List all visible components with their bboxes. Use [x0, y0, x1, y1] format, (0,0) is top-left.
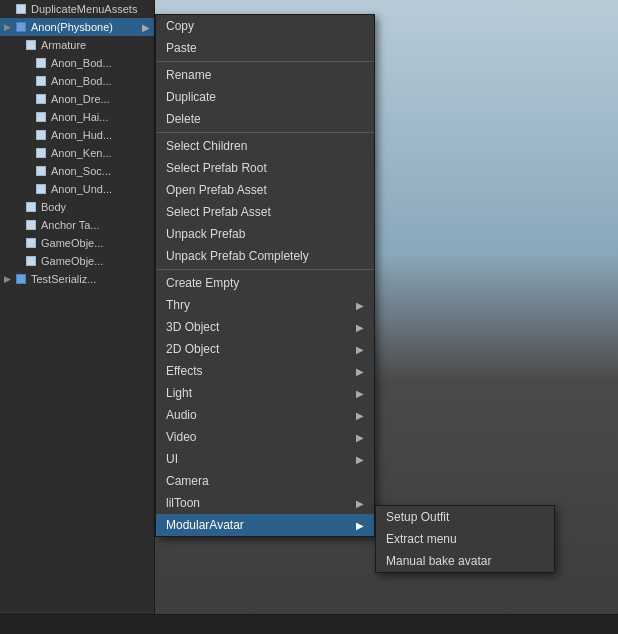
hierarchy-label: Anon_Hud... — [51, 129, 112, 141]
cube-icon-white — [24, 38, 38, 52]
hierarchy-item-anon-bod1[interactable]: Anon_Bod... — [0, 54, 154, 72]
cube-icon-blue — [14, 272, 28, 286]
menu-separator-2 — [156, 132, 374, 133]
hierarchy-item-anon-und[interactable]: Anon_Und... — [0, 180, 154, 198]
cube-icon-white — [34, 146, 48, 160]
hierarchy-item-testserializ[interactable]: ▶ TestSerializ... — [0, 270, 154, 288]
menu-item-ui[interactable]: UI ▶ — [156, 448, 374, 470]
hierarchy-item-anon[interactable]: ▶ Anon(Physbone) ▶ — [0, 18, 154, 36]
submenu-arrow-icon: ▶ — [356, 410, 364, 421]
cube-icon-white — [24, 200, 38, 214]
cube-icon-blue — [14, 20, 28, 34]
menu-item-video[interactable]: Video ▶ — [156, 426, 374, 448]
menu-item-thry[interactable]: Thry ▶ — [156, 294, 374, 316]
expand-arrow — [4, 4, 14, 14]
menu-item-select-prefab-asset[interactable]: Select Prefab Asset — [156, 201, 374, 223]
expand-arrow — [14, 238, 24, 248]
hierarchy-item-anon-hai[interactable]: Anon_Hai... — [0, 108, 154, 126]
menu-item-liltoon[interactable]: lilToon ▶ — [156, 492, 374, 514]
expand-arrow — [24, 58, 34, 68]
hierarchy-item-anon-ken[interactable]: Anon_Ken... — [0, 144, 154, 162]
hierarchy-item-gameobj1[interactable]: GameObje... — [0, 234, 154, 252]
hierarchy-label: Body — [41, 201, 66, 213]
cube-icon-white — [34, 128, 48, 142]
hierarchy-label: Anon_Bod... — [51, 75, 112, 87]
submenu-arrow-icon: ▶ — [356, 454, 364, 465]
cube-icon-white — [34, 110, 48, 124]
menu-item-copy[interactable]: Copy — [156, 15, 374, 37]
menu-item-duplicate[interactable]: Duplicate — [156, 86, 374, 108]
hierarchy-label: TestSerializ... — [31, 273, 96, 285]
cube-icon-white — [34, 92, 48, 106]
menu-item-select-children[interactable]: Select Children — [156, 135, 374, 157]
sub-menu-item-manual-bake-avatar[interactable]: Manual bake avatar — [376, 550, 554, 572]
hierarchy-item-duplicatemenuassets[interactable]: DuplicateMenuAssets — [0, 0, 154, 18]
submenu-arrow-icon: ▶ — [356, 322, 364, 333]
expand-arrow — [24, 76, 34, 86]
menu-item-3d-object[interactable]: 3D Object ▶ — [156, 316, 374, 338]
hierarchy-item-anon-hud[interactable]: Anon_Hud... — [0, 126, 154, 144]
hierarchy-item-armature[interactable]: Armature — [0, 36, 154, 54]
cube-icon-white — [24, 254, 38, 268]
cube-icon-white — [24, 236, 38, 250]
submenu-arrow-icon: ▶ — [356, 366, 364, 377]
submenu-arrow-icon: ▶ — [356, 520, 364, 531]
hierarchy-label: Anon_Soc... — [51, 165, 111, 177]
hierarchy-label: GameObje... — [41, 237, 103, 249]
expand-arrow — [24, 112, 34, 122]
menu-item-select-prefab-root[interactable]: Select Prefab Root — [156, 157, 374, 179]
sub-context-menu-modularavatar: Setup Outfit Extract menu Manual bake av… — [375, 505, 555, 573]
submenu-arrow-icon: ▶ — [356, 300, 364, 311]
expand-arrow — [14, 220, 24, 230]
hierarchy-item-anon-dre[interactable]: Anon_Dre... — [0, 90, 154, 108]
hierarchy-label: Anchor Ta... — [41, 219, 100, 231]
expand-arrow — [24, 94, 34, 104]
hierarchy-item-anchor[interactable]: Anchor Ta... — [0, 216, 154, 234]
menu-item-open-prefab-asset[interactable]: Open Prefab Asset — [156, 179, 374, 201]
hierarchy-label: Anon_Dre... — [51, 93, 110, 105]
hierarchy-panel: DuplicateMenuAssets ▶ Anon(Physbone) ▶ A… — [0, 0, 155, 634]
hierarchy-item-anon-bod2[interactable]: Anon_Bod... — [0, 72, 154, 90]
menu-item-unpack-prefab[interactable]: Unpack Prefab — [156, 223, 374, 245]
submenu-arrow-icon: ▶ — [356, 344, 364, 355]
expand-arrow — [14, 40, 24, 50]
menu-separator-1 — [156, 61, 374, 62]
expand-arrow — [14, 256, 24, 266]
hierarchy-item-gameobj2[interactable]: GameObje... — [0, 252, 154, 270]
cube-icon-white — [34, 164, 48, 178]
hierarchy-label: Armature — [41, 39, 86, 51]
hierarchy-label: Anon_Und... — [51, 183, 112, 195]
cube-icon-white — [14, 2, 28, 16]
hierarchy-label: DuplicateMenuAssets — [31, 3, 137, 15]
expand-arrow — [24, 130, 34, 140]
menu-item-unpack-prefab-completely[interactable]: Unpack Prefab Completely — [156, 245, 374, 267]
context-menu: Copy Paste Rename Duplicate Delete Selec… — [155, 14, 375, 537]
cube-icon-white — [34, 182, 48, 196]
menu-item-rename[interactable]: Rename — [156, 64, 374, 86]
menu-item-paste[interactable]: Paste — [156, 37, 374, 59]
bottom-toolbar — [0, 614, 618, 634]
hierarchy-label: Anon(Physbone) — [31, 21, 113, 33]
expand-arrow: ▶ — [4, 274, 14, 284]
menu-item-create-empty[interactable]: Create Empty — [156, 272, 374, 294]
sub-menu-item-extract-menu[interactable]: Extract menu — [376, 528, 554, 550]
submenu-arrow-icon: ▶ — [356, 498, 364, 509]
menu-item-camera[interactable]: Camera — [156, 470, 374, 492]
cube-icon-white — [24, 218, 38, 232]
menu-item-delete[interactable]: Delete — [156, 108, 374, 130]
expand-arrow — [24, 148, 34, 158]
right-arrow-icon: ▶ — [138, 18, 154, 36]
hierarchy-item-anon-soc[interactable]: Anon_Soc... — [0, 162, 154, 180]
menu-item-light[interactable]: Light ▶ — [156, 382, 374, 404]
menu-item-modularavatar[interactable]: ModularAvatar ▶ — [156, 514, 374, 536]
hierarchy-item-body[interactable]: Body — [0, 198, 154, 216]
menu-item-audio[interactable]: Audio ▶ — [156, 404, 374, 426]
menu-item-effects[interactable]: Effects ▶ — [156, 360, 374, 382]
hierarchy-label: Anon_Ken... — [51, 147, 112, 159]
expand-arrow — [24, 184, 34, 194]
menu-item-2d-object[interactable]: 2D Object ▶ — [156, 338, 374, 360]
hierarchy-label: Anon_Hai... — [51, 111, 108, 123]
expand-arrow: ▶ — [4, 22, 14, 32]
submenu-arrow-icon: ▶ — [356, 388, 364, 399]
sub-menu-item-setup-outfit[interactable]: Setup Outfit — [376, 506, 554, 528]
